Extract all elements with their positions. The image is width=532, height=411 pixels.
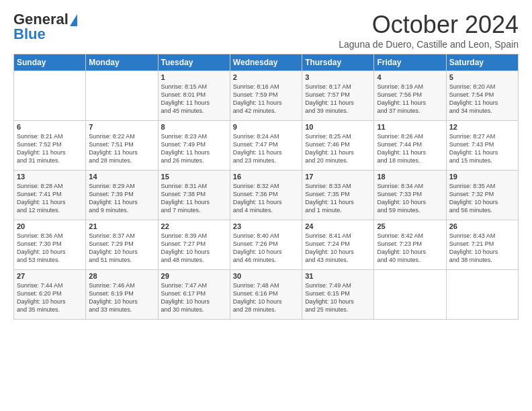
table-row: 22Sunrise: 8:39 AM Sunset: 7:27 PM Dayli…: [158, 220, 230, 270]
day-number: 29: [161, 272, 227, 280]
table-row: 1Sunrise: 8:15 AM Sunset: 8:01 PM Daylig…: [158, 71, 230, 121]
day-info: Sunrise: 8:35 AM Sunset: 7:32 PM Dayligh…: [449, 182, 515, 215]
header-tuesday: Tuesday: [158, 54, 230, 71]
day-number: 6: [17, 123, 83, 131]
weekday-header-row: Sunday Monday Tuesday Wednesday Thursday…: [14, 54, 519, 71]
day-info: Sunrise: 8:33 AM Sunset: 7:35 PM Dayligh…: [305, 182, 371, 215]
week-row-2: 6Sunrise: 8:21 AM Sunset: 7:52 PM Daylig…: [14, 121, 519, 171]
day-number: 16: [233, 173, 299, 181]
day-info: Sunrise: 8:29 AM Sunset: 7:39 PM Dayligh…: [89, 182, 154, 215]
day-number: 17: [305, 173, 371, 181]
day-number: 27: [17, 272, 83, 280]
table-row: 20Sunrise: 8:36 AM Sunset: 7:30 PM Dayli…: [14, 220, 86, 270]
table-row: 24Sunrise: 8:41 AM Sunset: 7:24 PM Dayli…: [302, 220, 374, 270]
day-info: Sunrise: 8:16 AM Sunset: 7:59 PM Dayligh…: [233, 83, 299, 116]
table-row: 7Sunrise: 8:22 AM Sunset: 7:51 PM Daylig…: [86, 121, 158, 171]
day-number: 12: [449, 123, 515, 131]
day-info: Sunrise: 8:24 AM Sunset: 7:47 PM Dayligh…: [233, 132, 299, 165]
table-row: 28Sunrise: 7:46 AM Sunset: 6:19 PM Dayli…: [86, 270, 158, 320]
header: General Blue October 2024 Laguna de Duer…: [13, 11, 519, 50]
day-info: Sunrise: 8:40 AM Sunset: 7:26 PM Dayligh…: [233, 232, 299, 265]
day-number: 11: [377, 123, 443, 131]
day-info: Sunrise: 8:25 AM Sunset: 7:46 PM Dayligh…: [305, 132, 371, 165]
day-info: Sunrise: 8:32 AM Sunset: 7:36 PM Dayligh…: [233, 182, 299, 215]
day-info: Sunrise: 8:42 AM Sunset: 7:23 PM Dayligh…: [377, 232, 443, 265]
day-number: 20: [17, 222, 83, 230]
day-info: Sunrise: 7:44 AM Sunset: 6:20 PM Dayligh…: [17, 281, 83, 314]
day-info: Sunrise: 7:46 AM Sunset: 6:19 PM Dayligh…: [89, 281, 154, 314]
calendar-table: Sunday Monday Tuesday Wednesday Thursday…: [13, 54, 519, 320]
day-info: Sunrise: 8:39 AM Sunset: 7:27 PM Dayligh…: [161, 232, 227, 265]
table-row: [374, 270, 446, 320]
day-info: Sunrise: 7:49 AM Sunset: 6:15 PM Dayligh…: [305, 281, 371, 314]
table-row: 6Sunrise: 8:21 AM Sunset: 7:52 PM Daylig…: [14, 121, 86, 171]
day-info: Sunrise: 8:21 AM Sunset: 7:52 PM Dayligh…: [17, 132, 83, 165]
day-number: 8: [161, 123, 227, 131]
header-saturday: Saturday: [446, 54, 518, 71]
day-number: 1: [161, 73, 227, 81]
table-row: 13Sunrise: 8:28 AM Sunset: 7:41 PM Dayli…: [14, 171, 86, 220]
day-number: 13: [17, 173, 83, 181]
day-number: 22: [161, 222, 227, 230]
title-area: October 2024 Laguna de Duero, Castille a…: [339, 11, 519, 50]
day-number: 30: [233, 272, 299, 280]
header-monday: Monday: [86, 54, 158, 71]
table-row: 21Sunrise: 8:37 AM Sunset: 7:29 PM Dayli…: [86, 220, 158, 270]
day-number: 15: [161, 173, 227, 181]
logo-triangle-icon: [70, 14, 77, 26]
table-row: [86, 71, 158, 121]
table-row: 17Sunrise: 8:33 AM Sunset: 7:35 PM Dayli…: [302, 171, 374, 220]
day-number: 2: [233, 73, 299, 81]
day-number: 10: [305, 123, 371, 131]
logo: General Blue: [13, 11, 77, 43]
day-info: Sunrise: 8:31 AM Sunset: 7:38 PM Dayligh…: [161, 182, 227, 215]
table-row: 31Sunrise: 7:49 AM Sunset: 6:15 PM Dayli…: [302, 270, 374, 320]
day-info: Sunrise: 8:36 AM Sunset: 7:30 PM Dayligh…: [17, 232, 83, 265]
header-friday: Friday: [374, 54, 446, 71]
table-row: 9Sunrise: 8:24 AM Sunset: 7:47 PM Daylig…: [230, 121, 302, 171]
table-row: 30Sunrise: 7:48 AM Sunset: 6:16 PM Dayli…: [230, 270, 302, 320]
day-number: 28: [89, 272, 154, 280]
table-row: 8Sunrise: 8:23 AM Sunset: 7:49 PM Daylig…: [158, 121, 230, 171]
day-number: 21: [89, 222, 154, 230]
day-info: Sunrise: 8:15 AM Sunset: 8:01 PM Dayligh…: [161, 83, 227, 116]
header-sunday: Sunday: [14, 54, 86, 71]
day-info: Sunrise: 8:22 AM Sunset: 7:51 PM Dayligh…: [89, 132, 154, 165]
day-number: 24: [305, 222, 371, 230]
day-info: Sunrise: 7:48 AM Sunset: 6:16 PM Dayligh…: [233, 281, 299, 314]
week-row-3: 13Sunrise: 8:28 AM Sunset: 7:41 PM Dayli…: [14, 171, 519, 220]
day-number: 31: [305, 272, 371, 280]
table-row: 25Sunrise: 8:42 AM Sunset: 7:23 PM Dayli…: [374, 220, 446, 270]
table-row: 5Sunrise: 8:20 AM Sunset: 7:54 PM Daylig…: [446, 71, 518, 121]
table-row: 12Sunrise: 8:27 AM Sunset: 7:43 PM Dayli…: [446, 121, 518, 171]
week-row-5: 27Sunrise: 7:44 AM Sunset: 6:20 PM Dayli…: [14, 270, 519, 320]
day-number: 23: [233, 222, 299, 230]
header-thursday: Thursday: [302, 54, 374, 71]
header-wednesday: Wednesday: [230, 54, 302, 71]
table-row: 14Sunrise: 8:29 AM Sunset: 7:39 PM Dayli…: [86, 171, 158, 220]
day-number: 19: [449, 173, 515, 181]
day-info: Sunrise: 8:28 AM Sunset: 7:41 PM Dayligh…: [17, 182, 83, 215]
table-row: 19Sunrise: 8:35 AM Sunset: 7:32 PM Dayli…: [446, 171, 518, 220]
table-row: 23Sunrise: 8:40 AM Sunset: 7:26 PM Dayli…: [230, 220, 302, 270]
day-number: 7: [89, 123, 154, 131]
table-row: 18Sunrise: 8:34 AM Sunset: 7:33 PM Dayli…: [374, 171, 446, 220]
day-info: Sunrise: 8:20 AM Sunset: 7:54 PM Dayligh…: [449, 83, 515, 116]
day-info: Sunrise: 7:47 AM Sunset: 6:17 PM Dayligh…: [161, 281, 227, 314]
day-number: 5: [449, 73, 515, 81]
day-info: Sunrise: 8:19 AM Sunset: 7:56 PM Dayligh…: [377, 83, 443, 116]
table-row: 11Sunrise: 8:26 AM Sunset: 7:44 PM Dayli…: [374, 121, 446, 171]
month-title: October 2024: [339, 11, 519, 39]
week-row-1: 1Sunrise: 8:15 AM Sunset: 8:01 PM Daylig…: [14, 71, 519, 121]
day-number: 18: [377, 173, 443, 181]
day-number: 14: [89, 173, 154, 181]
table-row: 10Sunrise: 8:25 AM Sunset: 7:46 PM Dayli…: [302, 121, 374, 171]
table-row: 27Sunrise: 7:44 AM Sunset: 6:20 PM Dayli…: [14, 270, 86, 320]
table-row: [446, 270, 518, 320]
day-info: Sunrise: 8:34 AM Sunset: 7:33 PM Dayligh…: [377, 182, 443, 215]
day-number: 25: [377, 222, 443, 230]
week-row-4: 20Sunrise: 8:36 AM Sunset: 7:30 PM Dayli…: [14, 220, 519, 270]
day-info: Sunrise: 8:26 AM Sunset: 7:44 PM Dayligh…: [377, 132, 443, 165]
day-info: Sunrise: 8:23 AM Sunset: 7:49 PM Dayligh…: [161, 132, 227, 165]
table-row: 3Sunrise: 8:17 AM Sunset: 7:57 PM Daylig…: [302, 71, 374, 121]
